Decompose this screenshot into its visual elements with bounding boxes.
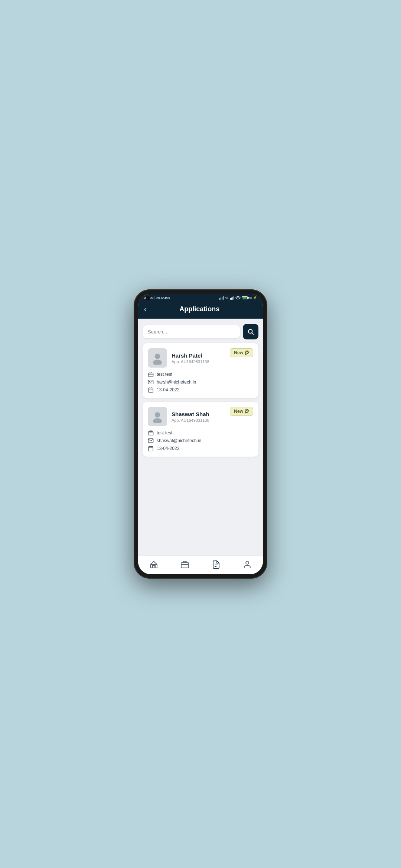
avatar-2 — [148, 407, 167, 426]
application-card-2[interactable]: Shaswat Shah App. AU1649831138 New — [143, 402, 258, 457]
page-title: Applications — [151, 305, 248, 313]
status-bar: 40 AM | 20.6KB/s Vo — [138, 294, 263, 301]
person-name-1: Harsh Patel — [172, 352, 209, 359]
date-row-1: 13-04-2022 — [148, 387, 253, 393]
email-row-1: harsh@nichetech.in — [148, 379, 253, 385]
person-app-2: App. AU1649831138 — [172, 418, 209, 423]
new-badge-2[interactable]: New — [230, 407, 253, 416]
signal-bars — [219, 296, 224, 300]
job-row-1: test test — [148, 371, 253, 377]
svg-rect-22 — [150, 565, 157, 568]
nav-item-applications[interactable] — [206, 559, 226, 571]
wifi-icon — [235, 296, 241, 300]
home-icon — [149, 560, 158, 569]
date-row-2: 13-04-2022 — [148, 445, 253, 451]
search-button[interactable] — [243, 324, 258, 339]
email-icon-2 — [148, 438, 154, 444]
svg-rect-18 — [149, 447, 153, 451]
svg-point-3 — [155, 354, 160, 359]
profile-icon — [243, 560, 252, 569]
nav-item-jobs[interactable] — [175, 559, 195, 571]
avatar-1 — [148, 348, 167, 368]
svg-line-2 — [252, 333, 253, 334]
calendar-icon-1 — [148, 387, 154, 393]
back-button[interactable]: ‹ — [144, 305, 147, 313]
email-row-2: shaswat@nichetech.in — [148, 438, 253, 444]
svg-rect-6 — [148, 373, 153, 377]
search-row — [143, 324, 258, 339]
person-name-2: Shaswat Shah — [172, 411, 209, 417]
nav-item-profile[interactable] — [237, 559, 258, 571]
svg-rect-16 — [148, 432, 153, 435]
application-card-1[interactable]: Harsh Patel App. AU1649831138 New — [143, 343, 258, 398]
camera-notch — [146, 296, 150, 300]
battery-icon — [242, 296, 248, 299]
jobs-icon — [180, 560, 189, 569]
applications-icon — [212, 560, 221, 569]
avatar-icon-2 — [151, 410, 164, 423]
svg-point-27 — [246, 561, 249, 564]
svg-point-4 — [153, 360, 162, 365]
battery-percent: 90 — [249, 297, 252, 299]
new-badge-1[interactable]: New — [230, 348, 253, 357]
phone-screen: 40 AM | 20.6KB/s Vo — [138, 294, 263, 574]
search-input-wrap — [143, 325, 240, 338]
avatar-icon-1 — [151, 351, 164, 365]
job-text-2: test test — [157, 430, 172, 435]
email-text-1: harsh@nichetech.in — [157, 379, 196, 385]
svg-point-14 — [153, 418, 162, 424]
date-text-2: 13-04-2022 — [157, 446, 179, 451]
email-icon-1 — [148, 379, 154, 385]
edit-icon-2 — [245, 409, 249, 414]
job-row-2: test test — [148, 430, 253, 436]
wifi-signal — [230, 296, 234, 300]
svg-point-0 — [238, 299, 238, 300]
person-app-1: App. AU1649831138 — [172, 359, 209, 364]
search-icon — [247, 328, 254, 335]
nav-item-home[interactable] — [143, 559, 164, 571]
main-content: Harsh Patel App. AU1649831138 New — [138, 319, 263, 555]
bottom-nav — [138, 555, 263, 574]
email-text-2: shaswat@nichetech.in — [157, 438, 201, 443]
briefcase-icon-1 — [148, 371, 154, 377]
search-input[interactable] — [148, 329, 235, 335]
briefcase-icon-2 — [148, 430, 154, 436]
svg-point-13 — [155, 412, 160, 417]
edit-icon-1 — [245, 351, 249, 355]
svg-rect-23 — [181, 563, 189, 568]
svg-rect-9 — [149, 388, 153, 392]
calendar-icon-2 — [148, 445, 154, 451]
status-icons: Vo 90 ⚡ — [219, 296, 257, 300]
job-text-1: test test — [157, 372, 172, 377]
phone-frame: 40 AM | 20.6KB/s Vo — [134, 289, 267, 579]
app-header: ‹ Applications — [138, 301, 263, 319]
battery-fill — [242, 297, 247, 299]
date-text-1: 13-04-2022 — [157, 387, 179, 392]
